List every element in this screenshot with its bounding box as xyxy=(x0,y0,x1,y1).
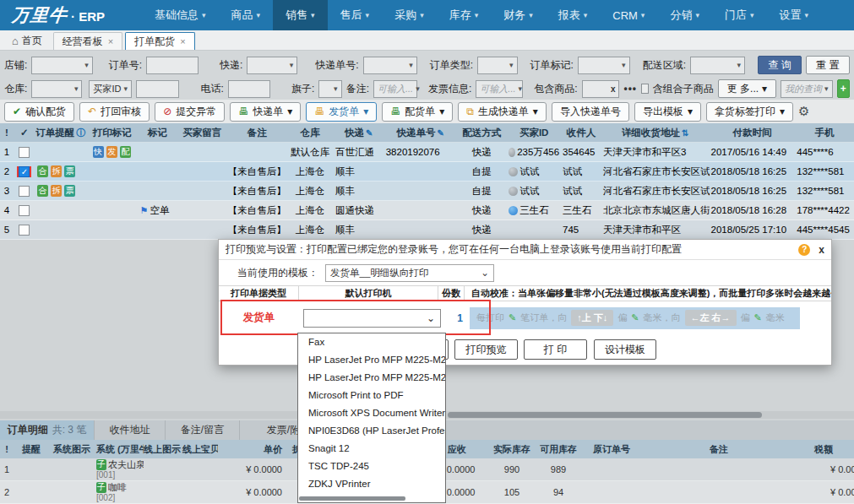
include-sub-checkbox[interactable] xyxy=(641,84,649,94)
nav-goods[interactable]: 商品▾ xyxy=(219,0,274,30)
nav-inventory[interactable]: 库存▾ xyxy=(437,0,492,30)
design-template-button[interactable]: 设计模板 xyxy=(594,339,656,360)
order-row-4[interactable]: 4 ⚑空单 【来自售后】 上海仓 圆通快递 快递 三生石 三生石 北京北京市东城… xyxy=(0,201,854,220)
prohibit-icon: ⊘ xyxy=(163,106,171,117)
tab-print-dispatch[interactable]: 打单配货× xyxy=(125,32,194,50)
picking-sheet-button[interactable]: 🖶配货单▾ xyxy=(382,102,453,122)
cell-address: 河北省石家庄市长安区试试 xyxy=(601,165,710,178)
tab-order-detail[interactable]: 订单明细共: 3 笔 xyxy=(0,420,95,440)
printer-option[interactable]: NPI0E3D68 (HP LaserJet Professional l xyxy=(298,422,445,440)
warehouse-select[interactable]: ▾ xyxy=(31,80,82,98)
printer-option[interactable]: HP LaserJet Pro MFP M225-M226 PCL xyxy=(298,351,445,369)
printer-option[interactable]: Microsoft Print to PDF xyxy=(298,387,445,404)
include-goods-input[interactable]: x xyxy=(582,80,620,98)
sort-icon[interactable]: ⇅ xyxy=(682,128,688,138)
row-checkbox-checked[interactable]: ✓ xyxy=(19,166,30,177)
chevron-down-icon: ▾ xyxy=(334,84,338,93)
more-options-icon[interactable]: ••• xyxy=(623,83,637,95)
reset-button[interactable]: 重 置 xyxy=(806,56,850,74)
cell-warehouse: 上海仓 xyxy=(286,165,334,178)
printer-option[interactable]: Snagit 12 xyxy=(298,440,445,458)
row-checkbox[interactable] xyxy=(19,225,30,236)
tab-receiver-address[interactable]: 收件地址 xyxy=(95,420,166,440)
export-template-button[interactable]: 导出模板▾ xyxy=(634,102,701,122)
printer-option[interactable]: Microsoft XPS Document Writer xyxy=(298,404,445,422)
row-index: 1 xyxy=(0,464,14,474)
printer-option[interactable]: TSC TDP-245 xyxy=(298,458,445,475)
nav-sales[interactable]: 销售▾ xyxy=(273,0,328,30)
printer-select[interactable]: ⌄ xyxy=(303,309,441,328)
nav-crm[interactable]: CRM▾ xyxy=(600,0,657,30)
search-button[interactable]: 查 询 xyxy=(758,56,802,74)
tab-dashboard[interactable]: 经营看板× xyxy=(53,32,122,50)
clear-icon[interactable]: x xyxy=(611,84,616,94)
add-query-button[interactable]: + xyxy=(837,79,850,98)
nav-distribution[interactable]: 分销▾ xyxy=(657,0,712,30)
flag-select[interactable]: ▾ xyxy=(318,80,341,98)
remark-select[interactable]: 可输入...▾ xyxy=(373,80,417,98)
order-row-5[interactable]: 5 【来自售后】 上海仓 顺丰 快递 745 天津天津市和平区 2018/05/… xyxy=(0,220,854,240)
cell-delivery: 自提 xyxy=(456,185,507,198)
confirm-dispatch-button[interactable]: ✔确认配货 xyxy=(4,102,74,122)
order-type-select[interactable]: ▾ xyxy=(477,57,518,74)
nav-settings[interactable]: 设置▾ xyxy=(766,0,821,30)
reject-audit-button[interactable]: ↶打回审核 xyxy=(79,102,150,122)
tab-remark-message[interactable]: 备注/留言 xyxy=(166,420,240,440)
nav-stores[interactable]: 门店▾ xyxy=(712,0,767,30)
nav-base-info[interactable]: 基础信息▾ xyxy=(142,0,219,30)
express-select[interactable]: ▾ xyxy=(247,57,297,74)
copies-value[interactable]: 1 xyxy=(441,312,465,324)
print-button[interactable]: 打 印 xyxy=(524,339,587,360)
dropdown-scrollbar[interactable] xyxy=(299,496,444,501)
shop-select[interactable]: ▾ xyxy=(31,57,93,74)
nav-finance[interactable]: 财务▾ xyxy=(491,0,546,30)
express-sheet-button[interactable]: 🖶快递单▾ xyxy=(230,102,301,122)
tab-home[interactable]: ⌂首页 xyxy=(3,32,51,50)
col-check[interactable]: ✓ xyxy=(14,127,35,138)
submit-exception-button[interactable]: ⊘提交异常 xyxy=(155,102,225,122)
buyer-id-select[interactable]: 买家ID▾ xyxy=(89,80,132,98)
close-icon[interactable]: × xyxy=(180,36,185,46)
help-icon[interactable]: ? xyxy=(798,244,810,256)
printer-option[interactable]: ZDKJ VPrinter xyxy=(298,475,445,493)
pencil-icon[interactable]: ✎ xyxy=(754,312,762,323)
scrollbar-thumb[interactable] xyxy=(299,496,405,501)
row-checkbox[interactable] xyxy=(19,186,30,197)
print-preview-button[interactable]: 打印预览 xyxy=(454,339,518,360)
more-button[interactable]: 更 多...▾ xyxy=(718,79,776,98)
printer-option[interactable]: Fax xyxy=(298,333,445,351)
phone-input[interactable] xyxy=(228,80,270,98)
delivery-sheet-button[interactable]: 🖶发货单▾ xyxy=(306,102,377,122)
buyer-id-input[interactable] xyxy=(136,80,179,98)
nav-purchase[interactable]: 采购▾ xyxy=(382,0,437,30)
template-select[interactable]: 发货单__明细纵向打印⌄ xyxy=(325,264,494,282)
invoice-select[interactable]: 可输入...▾ xyxy=(476,80,523,98)
tag-print-button[interactable]: 拿货标签打印▾ xyxy=(706,102,793,122)
delivery-area-select[interactable]: ▾ xyxy=(690,57,745,74)
pencil-icon[interactable]: ✎ xyxy=(509,312,516,323)
scrollbar-thumb[interactable] xyxy=(448,412,762,418)
generate-express-button[interactable]: ⧉生成快递单▾ xyxy=(458,102,547,122)
nav-after-sales[interactable]: 售后▾ xyxy=(328,0,383,30)
order-row-1[interactable]: 1 快 发 配 默认仓库 百世汇通 3820192076 快递 235万456 … xyxy=(0,143,854,162)
gear-icon[interactable]: ⚙ xyxy=(798,104,809,119)
order-row-3[interactable]: 3 合 拆 票 【来自售后】 上海仓 顺丰 自提 试试 试试 河北省石家庄市长安… xyxy=(0,182,854,201)
printer-option[interactable]: HP LaserJet Pro MFP M225-M226 Seri xyxy=(298,369,445,387)
row-checkbox[interactable] xyxy=(19,205,30,216)
row-checkbox[interactable] xyxy=(19,147,30,158)
remind-badges: 合 拆 票 xyxy=(35,185,86,197)
dialog-header: 打印预览与设置：打印配置已绑定您的登录账号，您可在任何一台电脑上登录该账号使用当… xyxy=(219,240,831,260)
close-icon[interactable]: x xyxy=(819,244,824,256)
order-row-2[interactable]: 2 ✓ 合 拆 票 【来自售后】 上海仓 顺丰 自提 试试 试试 河北省石家庄市… xyxy=(0,162,854,182)
order-no-input[interactable] xyxy=(146,57,199,74)
nav-reports[interactable]: 报表▾ xyxy=(546,0,601,30)
left-right-button[interactable]: ←左 右→ xyxy=(685,310,737,326)
my-query-select[interactable]: 我的查询▾ xyxy=(781,80,833,98)
wangwang-icon xyxy=(509,167,518,176)
up-down-button[interactable]: ↑上 下↓ xyxy=(571,310,613,326)
tracking-no-select[interactable]: ▾ xyxy=(363,57,417,74)
close-icon[interactable]: × xyxy=(108,36,113,46)
pencil-icon[interactable]: ✎ xyxy=(631,312,639,323)
import-tracking-button[interactable]: 导入快递单号 xyxy=(552,102,629,122)
order-mark-select[interactable]: ▾ xyxy=(578,57,630,74)
